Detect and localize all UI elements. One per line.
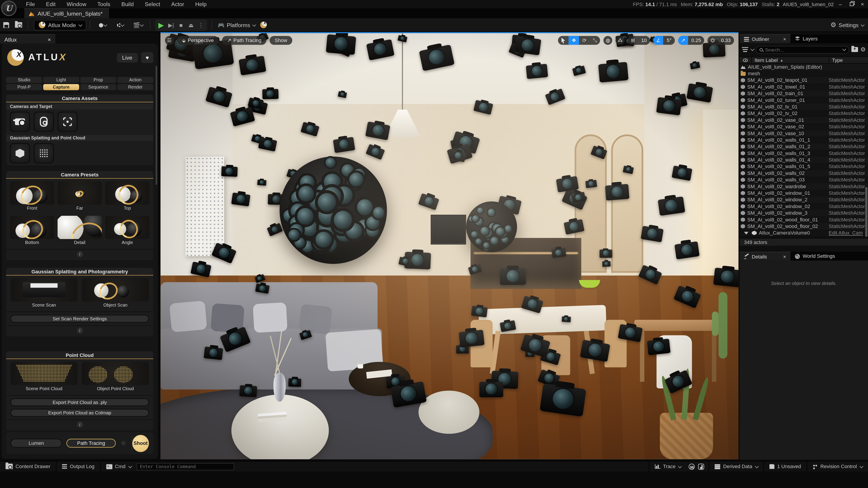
table-row[interactable]: SM_AI_vol8_02_tv_02StaticMeshActor xyxy=(740,110,868,117)
tab-outliner[interactable]: Outliner × xyxy=(740,34,790,43)
table-row[interactable]: SM_AI_vol8_02_vase_01StaticMeshActor xyxy=(740,117,868,123)
camera-preset-bottom[interactable]: Bottom xyxy=(10,216,54,247)
close-icon[interactable]: × xyxy=(783,254,786,259)
viewport[interactable]: ☰ ⬙ Perspective ↗ Path Tracing Show xyxy=(160,32,739,459)
camera-preset-front[interactable]: Front xyxy=(10,182,54,213)
content-drawer-button[interactable]: Content Drawer xyxy=(0,461,56,471)
play-button[interactable]: ▶ xyxy=(156,20,166,30)
object-point-cloud-card[interactable]: Object Point Cloud xyxy=(82,362,149,393)
live-button[interactable]: Live xyxy=(117,53,138,62)
trace-button[interactable]: Trace xyxy=(649,461,687,471)
content-browser-button[interactable] xyxy=(13,20,24,31)
add-splat-volume-button[interactable] xyxy=(10,143,30,163)
table-row[interactable]: SM_AI_vol8_02_walls_01_4StaticMeshActor xyxy=(740,157,868,163)
tab-details[interactable]: Details × xyxy=(740,252,790,260)
scene-point-cloud-card[interactable]: Scene Point Cloud xyxy=(11,362,78,393)
outliner-search[interactable] xyxy=(756,46,849,53)
table-row[interactable]: SM_AI_vol8_02_window_2StaticMeshActor xyxy=(740,196,868,203)
favorite-button[interactable]: ♥ xyxy=(141,52,153,63)
menu-item-select[interactable]: Select xyxy=(140,0,165,8)
set-scan-render-settings-button[interactable]: Set Scan Render Settings xyxy=(11,315,149,322)
minimize-button[interactable]: – xyxy=(835,0,846,8)
add-point-cloud-button[interactable] xyxy=(34,143,54,163)
table-row[interactable]: SM_AI_vol8_02_vase_10StaticMeshActor xyxy=(740,130,868,137)
info-icon[interactable]: i xyxy=(76,328,83,334)
menu-item-window[interactable]: Window xyxy=(62,0,91,8)
cmd-selector[interactable]: >_ Cmd xyxy=(101,461,136,471)
stop-button[interactable]: ■ xyxy=(176,20,186,30)
insights-button[interactable]: ▮▮ xyxy=(687,461,698,471)
scene-scan-card[interactable]: Scene Scan xyxy=(11,278,78,309)
source-control-unsaved-button[interactable]: 1 Unsaved xyxy=(764,461,807,471)
camera-preset-top[interactable]: Top xyxy=(105,182,149,213)
outliner-scrollbar[interactable] xyxy=(865,187,868,237)
gear-icon[interactable]: ⚙ xyxy=(860,46,866,53)
table-row[interactable]: SM_AI_vol8_02_wardrobeStaticMeshActor xyxy=(740,183,868,190)
derived-data-button[interactable]: Derived Data xyxy=(709,461,763,471)
level-tab[interactable]: AIUE_vol8_lumen_Splats* xyxy=(24,8,109,18)
export-ply-button[interactable]: Export Point Cloud as .ply xyxy=(11,398,149,406)
rotation-snap-control[interactable]: ∠ 5° xyxy=(653,36,675,45)
table-row[interactable]: SM_AI_vol8_02_walls_01_2StaticMeshActor xyxy=(740,143,868,150)
menu-item-help[interactable]: Help xyxy=(190,0,212,8)
atlux-tab-prop[interactable]: Prop xyxy=(80,77,116,83)
close-icon[interactable]: × xyxy=(48,36,51,42)
add-actor-button[interactable]: ⬢ xyxy=(94,20,111,31)
add-camera-button[interactable] xyxy=(10,112,30,132)
record-indicator[interactable] xyxy=(121,440,126,446)
settings-button[interactable]: ⚙ Settings xyxy=(831,21,864,29)
stats-button[interactable]: ▟ xyxy=(697,461,709,471)
rotate-tool-button[interactable]: ⟳ xyxy=(579,36,590,45)
table-row[interactable]: SM_AI_vol8_02_walls_01_1StaticMeshActor xyxy=(740,137,868,143)
menu-item-build[interactable]: Build xyxy=(116,0,139,8)
frame-skip-button[interactable]: ▶| xyxy=(166,20,176,30)
eject-button[interactable]: ⏏ xyxy=(186,20,196,30)
eye-icon[interactable] xyxy=(743,58,748,62)
atlux-toolbar-button[interactable] xyxy=(258,20,269,31)
atlux-panel-tab[interactable]: Atlux × xyxy=(0,34,55,44)
create-folder-icon[interactable] xyxy=(851,47,858,52)
column-type[interactable]: Type xyxy=(829,57,868,63)
table-row[interactable]: AIUE_vol8_lumen_Splats (Editor) xyxy=(740,64,868,70)
viewport-options-button[interactable]: ☰ xyxy=(165,36,174,45)
scale-tool-button[interactable]: ⤡ xyxy=(590,36,600,45)
atlux-tab-render[interactable]: Render xyxy=(117,84,153,90)
export-colmap-button[interactable]: Export Point Cloud as Colmap xyxy=(11,409,149,417)
table-row[interactable]: SM_AI_vol8_02_vase_02StaticMeshActor xyxy=(740,123,868,130)
table-row[interactable]: SM_AI_vol8_02_train_01StaticMeshActor xyxy=(740,90,868,97)
world-local-toggle[interactable]: ◍ xyxy=(603,36,612,45)
info-icon[interactable]: i xyxy=(76,422,83,428)
camera-speed-control[interactable]: ⏣ 0.33 xyxy=(708,36,734,45)
lumen-button[interactable]: Lumen xyxy=(11,439,62,448)
expand-arrow-icon[interactable] xyxy=(744,232,748,234)
close-button[interactable]: × xyxy=(857,0,868,8)
table-row[interactable]: SM_AI_vol8_02_walls_01_3StaticMeshActor xyxy=(740,150,868,157)
grid-snap-control[interactable]: ⊞ 10 xyxy=(628,36,650,45)
atlux-tab-light[interactable]: Light xyxy=(43,77,79,83)
show-flags-button[interactable]: Show xyxy=(270,36,292,45)
table-row[interactable]: SM_AI_vol8_02_walls_01_5StaticMeshActor xyxy=(740,163,868,170)
panel-scrollbar[interactable] xyxy=(156,66,157,185)
search-input[interactable] xyxy=(765,47,840,52)
atlux-tab-studio[interactable]: Studio xyxy=(6,77,42,83)
table-row[interactable]: SM_AI_vol8_02_walls_02StaticMeshActor xyxy=(740,170,868,176)
select-tool-button[interactable] xyxy=(558,36,569,45)
table-row[interactable]: SM_AI_vol8_02_towel_01StaticMeshActor xyxy=(740,84,868,90)
table-row[interactable]: SM_AI_vol8_02_wood_floor_01StaticMeshAct… xyxy=(740,217,868,223)
console-command-input[interactable] xyxy=(136,463,234,470)
table-row[interactable]: SM_AI_vol8_02_window_01StaticMeshActor xyxy=(740,190,868,196)
add-target-button[interactable] xyxy=(58,112,78,132)
path-tracing-button[interactable]: Path Tracing xyxy=(66,439,116,448)
menu-item-actor[interactable]: Actor xyxy=(166,0,189,8)
menu-item-file[interactable]: File xyxy=(21,0,40,8)
revision-control-button[interactable]: Revision Control xyxy=(807,461,868,471)
object-scan-card[interactable]: Object Scan xyxy=(82,278,149,309)
table-row[interactable]: SM_AI_vol8_02_window_3StaticMeshActor xyxy=(740,210,868,216)
mode-selector[interactable]: Atlux Mode xyxy=(34,20,86,30)
table-row[interactable]: SM_AI_vol8_02_wood_floor_02StaticMeshAct… xyxy=(740,223,868,230)
type-cell[interactable]: Edit Atlux_Cam xyxy=(829,230,868,236)
table-row[interactable]: SM_AI_vol8_02_walls_03StaticMeshActor xyxy=(740,176,868,183)
add-360-camera-button[interactable] xyxy=(34,112,54,132)
atlux-tab-capture[interactable]: Capture xyxy=(43,84,79,90)
platforms-button[interactable]: 🎮 Platforms xyxy=(216,20,257,31)
